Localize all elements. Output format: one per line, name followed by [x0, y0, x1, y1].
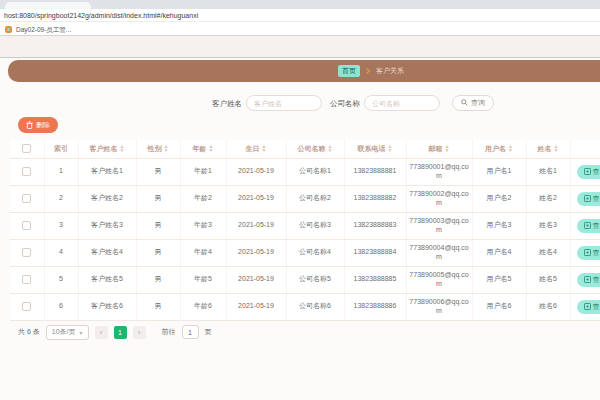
browser-address-bar[interactable]: host:8080/springboot2142g/admin/dist/ind…	[0, 9, 600, 22]
page-size-select[interactable]: 10条/页 ▾	[46, 325, 89, 340]
view-button[interactable]: 查看	[577, 246, 600, 260]
cell-index: 5	[44, 266, 78, 293]
cell-gender: 男	[136, 293, 180, 320]
current-page-button[interactable]: 1	[114, 326, 127, 339]
pagination: 共 6 条 10条/页 ▾ ‹ 1 › 前往 页	[18, 324, 598, 340]
cell-gender: 男	[136, 239, 180, 266]
cell-customer-name: 客户姓名5	[78, 266, 136, 293]
page-top-strip	[0, 36, 600, 57]
col-header-gender[interactable]: 性别▲▼	[136, 140, 180, 158]
row-checkbox[interactable]	[22, 302, 31, 311]
sort-icon[interactable]: ▲▼	[120, 145, 125, 152]
view-icon	[584, 249, 591, 257]
view-button[interactable]: 查看	[577, 273, 600, 287]
cell-phone: 13823888886	[344, 293, 406, 320]
cell-username: 用户名6	[472, 293, 526, 320]
bookmark-item[interactable]: Day02-09-员工管...	[16, 26, 71, 35]
customer-name-label: 客户姓名	[212, 99, 242, 109]
company-name-input[interactable]	[364, 95, 440, 111]
delete-button-label: 删除	[36, 120, 50, 130]
sort-icon[interactable]: ▲▼	[554, 145, 559, 152]
view-icon	[584, 276, 591, 284]
prev-page-button[interactable]: ‹	[95, 326, 108, 339]
table-row: 1 客户姓名1 男 年龄1 2021-05-19 公司名称1 138238888…	[10, 158, 600, 185]
cell-company: 公司名称1	[286, 158, 344, 185]
next-page-button[interactable]: ›	[133, 326, 146, 339]
col-header-birthday[interactable]: 生日▲▼	[226, 140, 286, 158]
cell-index: 3	[44, 212, 78, 239]
goto-page-input[interactable]	[182, 325, 199, 339]
view-button[interactable]: 查看	[577, 192, 600, 206]
view-icon	[584, 222, 591, 230]
cell-birthday: 2021-05-19	[226, 185, 286, 212]
col-header-username[interactable]: 用户名▲▼	[472, 140, 526, 158]
browser-tab[interactable]	[5, 2, 91, 9]
col-header-actions	[570, 140, 600, 158]
col-header-email[interactable]: 邮箱▲▼	[406, 140, 472, 158]
search-row: 客户姓名 公司名称 查询	[0, 94, 600, 112]
cell-gender: 男	[136, 266, 180, 293]
cell-fullname: 姓名2	[526, 185, 570, 212]
customer-name-input[interactable]	[246, 95, 322, 111]
cell-index: 6	[44, 293, 78, 320]
company-name-label: 公司名称	[330, 99, 360, 109]
chevron-down-icon: ▾	[80, 329, 83, 336]
table-row: 3 客户姓名3 男 年龄3 2021-05-19 公司名称3 138238888…	[10, 212, 600, 239]
view-button-label: 查看	[593, 275, 600, 285]
cell-username: 用户名3	[472, 212, 526, 239]
cell-phone: 13823888885	[344, 266, 406, 293]
view-button[interactable]: 查看	[577, 300, 600, 314]
goto-page-unit: 页	[205, 327, 212, 337]
cell-gender: 男	[136, 185, 180, 212]
cell-email: 773890004@qq.com	[406, 239, 472, 266]
view-button[interactable]: 查看	[577, 219, 600, 233]
sort-icon[interactable]: ▲▼	[328, 145, 333, 152]
data-table: 索引 客户姓名▲▼ 性别▲▼ 年龄▲▼ 生日▲▼ 公司名称▲▼ 联系电话▲▼ 邮…	[10, 140, 600, 321]
view-button[interactable]: 查看	[577, 165, 600, 179]
col-header-phone[interactable]: 联系电话▲▼	[344, 140, 406, 158]
row-checkbox[interactable]	[22, 194, 31, 203]
sort-icon[interactable]: ▲▼	[209, 145, 214, 152]
search-button[interactable]: 查询	[452, 95, 494, 111]
row-checkbox[interactable]	[22, 248, 31, 257]
cell-username: 用户名4	[472, 239, 526, 266]
cell-birthday: 2021-05-19	[226, 239, 286, 266]
view-button-label: 查看	[593, 167, 600, 177]
row-checkbox[interactable]	[22, 275, 31, 284]
breadcrumb-arrow-icon	[365, 68, 371, 74]
table-row: 4 客户姓名4 男 年龄4 2021-05-19 公司名称4 138238888…	[10, 239, 600, 266]
row-checkbox[interactable]	[22, 167, 31, 176]
table-header-row: 索引 客户姓名▲▼ 性别▲▼ 年龄▲▼ 生日▲▼ 公司名称▲▼ 联系电话▲▼ 邮…	[10, 140, 600, 158]
row-checkbox[interactable]	[22, 221, 31, 230]
sort-icon[interactable]: ▲▼	[262, 145, 267, 152]
sort-icon[interactable]: ▲▼	[445, 145, 450, 152]
cell-email: 773890005@qq.com	[406, 266, 472, 293]
sort-icon[interactable]: ▲▼	[388, 145, 393, 152]
cell-phone: 13823888883	[344, 212, 406, 239]
cell-email: 773890003@qq.com	[406, 212, 472, 239]
select-all-checkbox[interactable]	[22, 144, 31, 153]
cell-username: 用户名5	[472, 266, 526, 293]
cell-company: 公司名称4	[286, 239, 344, 266]
cell-birthday: 2021-05-19	[226, 293, 286, 320]
sort-icon[interactable]: ▲▼	[508, 145, 513, 152]
search-button-label: 查询	[471, 98, 485, 108]
cell-index: 4	[44, 239, 78, 266]
col-header-fullname[interactable]: 姓名▲▼	[526, 140, 570, 158]
search-icon	[461, 99, 468, 107]
cell-gender: 男	[136, 158, 180, 185]
col-header-index[interactable]: 索引	[44, 140, 78, 158]
cell-email: 773890006@qq.com	[406, 293, 472, 320]
cell-fullname: 姓名3	[526, 212, 570, 239]
cell-company: 公司名称3	[286, 212, 344, 239]
col-header-customer-name[interactable]: 客户姓名▲▼	[78, 140, 136, 158]
bookmark-favicon	[5, 26, 12, 33]
col-header-company[interactable]: 公司名称▲▼	[286, 140, 344, 158]
delete-button[interactable]: 删除	[18, 117, 58, 133]
breadcrumb-home-badge[interactable]: 首页	[338, 65, 360, 77]
sort-icon[interactable]: ▲▼	[164, 145, 169, 152]
cell-age: 年龄4	[180, 239, 226, 266]
url-text[interactable]: host:8080/springboot2142g/admin/dist/ind…	[4, 12, 198, 19]
col-header-age[interactable]: 年龄▲▼	[180, 140, 226, 158]
cell-phone: 13823888881	[344, 158, 406, 185]
